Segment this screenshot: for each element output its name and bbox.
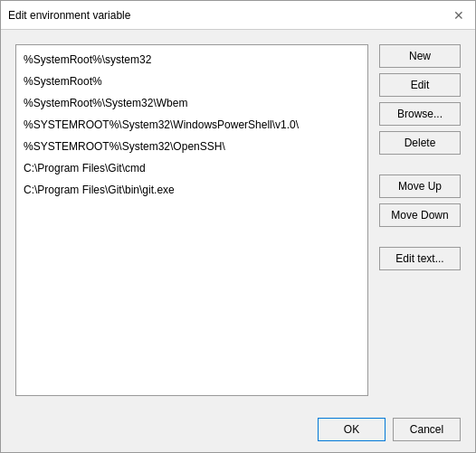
ok-button[interactable]: OK bbox=[318, 418, 386, 441]
spacer2 bbox=[379, 232, 461, 241]
dialog-title: Edit environment variable bbox=[8, 9, 130, 22]
move-up-button[interactable]: Move Up bbox=[379, 175, 461, 198]
list-item[interactable]: %SYSTEMROOT%\System32\WindowsPowerShell\… bbox=[16, 114, 367, 136]
edit-text-button[interactable]: Edit text... bbox=[379, 247, 461, 270]
edit-environment-variable-dialog: Edit environment variable ✕ %SystemRoot%… bbox=[0, 0, 476, 453]
delete-button[interactable]: Delete bbox=[379, 131, 461, 155]
browse-button[interactable]: Browse... bbox=[379, 102, 461, 126]
new-button[interactable]: New bbox=[379, 44, 461, 68]
list-item[interactable]: C:\Program Files\Git\cmd bbox=[16, 157, 367, 179]
dialog-content: %SystemRoot%\system32%SystemRoot%%System… bbox=[1, 30, 475, 411]
buttons-panel: New Edit Browse... Delete Move Up Move D… bbox=[379, 44, 461, 396]
dialog-footer: OK Cancel bbox=[1, 411, 475, 452]
edit-button[interactable]: Edit bbox=[379, 73, 461, 97]
list-item[interactable]: %SystemRoot% bbox=[16, 71, 367, 92]
spacer1 bbox=[379, 160, 461, 169]
list-item[interactable]: %SystemRoot%\System32\Wbem bbox=[16, 92, 367, 114]
list-item[interactable]: C:\Program Files\Git\bin\git.exe bbox=[16, 179, 367, 201]
title-bar: Edit environment variable ✕ bbox=[1, 1, 475, 30]
cancel-button[interactable]: Cancel bbox=[393, 418, 461, 441]
move-down-button[interactable]: Move Down bbox=[379, 203, 461, 227]
env-var-list[interactable]: %SystemRoot%\system32%SystemRoot%%System… bbox=[15, 44, 368, 396]
list-item[interactable]: %SYSTEMROOT%\System32\OpenSSH\ bbox=[16, 136, 367, 157]
close-button[interactable]: ✕ bbox=[450, 6, 468, 24]
list-item[interactable]: %SystemRoot%\system32 bbox=[16, 49, 367, 71]
